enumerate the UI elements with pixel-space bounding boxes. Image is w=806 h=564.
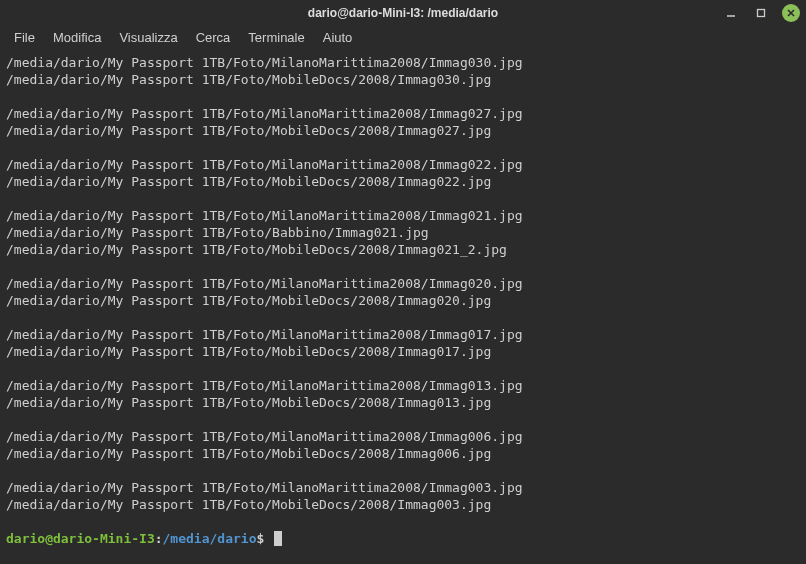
window-titlebar: dario@dario-Mini-I3: /media/dario	[0, 0, 806, 25]
terminal-output-line: /media/dario/My Passport 1TB/Foto/Milano…	[6, 428, 800, 445]
menu-file[interactable]: File	[6, 28, 43, 47]
terminal-blank-line	[6, 513, 800, 530]
terminal-blank-line	[6, 258, 800, 275]
terminal-output-line: /media/dario/My Passport 1TB/Foto/Mobile…	[6, 394, 800, 411]
terminal-output-line: /media/dario/My Passport 1TB/Foto/Babbin…	[6, 224, 800, 241]
menu-edit[interactable]: Modifica	[45, 28, 109, 47]
menu-help[interactable]: Aiuto	[315, 28, 361, 47]
terminal-output-line: /media/dario/My Passport 1TB/Foto/Milano…	[6, 275, 800, 292]
terminal-blank-line	[6, 411, 800, 428]
menu-terminal[interactable]: Terminale	[240, 28, 312, 47]
menu-view[interactable]: Visualizza	[111, 28, 185, 47]
terminal-output-line: /media/dario/My Passport 1TB/Foto/Milano…	[6, 105, 800, 122]
terminal-output-line: /media/dario/My Passport 1TB/Foto/Milano…	[6, 156, 800, 173]
terminal-output-line: /media/dario/My Passport 1TB/Foto/Milano…	[6, 479, 800, 496]
terminal-output-line: /media/dario/My Passport 1TB/Foto/Milano…	[6, 54, 800, 71]
terminal-blank-line	[6, 462, 800, 479]
prompt-path: /media/dario	[163, 531, 257, 546]
terminal-blank-line	[6, 139, 800, 156]
terminal-blank-line	[6, 190, 800, 207]
terminal-prompt[interactable]: dario@dario-Mini-I3:/media/dario$	[6, 530, 800, 547]
window-controls	[722, 4, 800, 22]
terminal-output-line: /media/dario/My Passport 1TB/Foto/Mobile…	[6, 122, 800, 139]
maximize-button[interactable]	[752, 4, 770, 22]
terminal-viewport[interactable]: /media/dario/My Passport 1TB/Foto/Milano…	[0, 50, 806, 564]
terminal-blank-line	[6, 88, 800, 105]
terminal-output-line: /media/dario/My Passport 1TB/Foto/Mobile…	[6, 292, 800, 309]
minimize-button[interactable]	[722, 4, 740, 22]
terminal-output-line: /media/dario/My Passport 1TB/Foto/Mobile…	[6, 445, 800, 462]
terminal-output-line: /media/dario/My Passport 1TB/Foto/Milano…	[6, 377, 800, 394]
menu-search[interactable]: Cerca	[188, 28, 239, 47]
prompt-input[interactable]	[264, 531, 272, 546]
terminal-output-line: /media/dario/My Passport 1TB/Foto/Mobile…	[6, 71, 800, 88]
terminal-output-line: /media/dario/My Passport 1TB/Foto/Mobile…	[6, 241, 800, 258]
terminal-blank-line	[6, 360, 800, 377]
close-button[interactable]	[782, 4, 800, 22]
terminal-output-line: /media/dario/My Passport 1TB/Foto/Mobile…	[6, 343, 800, 360]
prompt-colon: :	[155, 531, 163, 546]
terminal-output-line: /media/dario/My Passport 1TB/Foto/Mobile…	[6, 496, 800, 513]
prompt-user-host: dario@dario-Mini-I3	[6, 531, 155, 546]
menubar: File Modifica Visualizza Cerca Terminale…	[0, 25, 806, 50]
svg-rect-1	[758, 9, 765, 16]
terminal-output-line: /media/dario/My Passport 1TB/Foto/Milano…	[6, 207, 800, 224]
terminal-output-line: /media/dario/My Passport 1TB/Foto/Mobile…	[6, 173, 800, 190]
window-title: dario@dario-Mini-I3: /media/dario	[308, 6, 498, 20]
terminal-output-line: /media/dario/My Passport 1TB/Foto/Milano…	[6, 326, 800, 343]
terminal-blank-line	[6, 309, 800, 326]
cursor-icon	[274, 531, 282, 546]
